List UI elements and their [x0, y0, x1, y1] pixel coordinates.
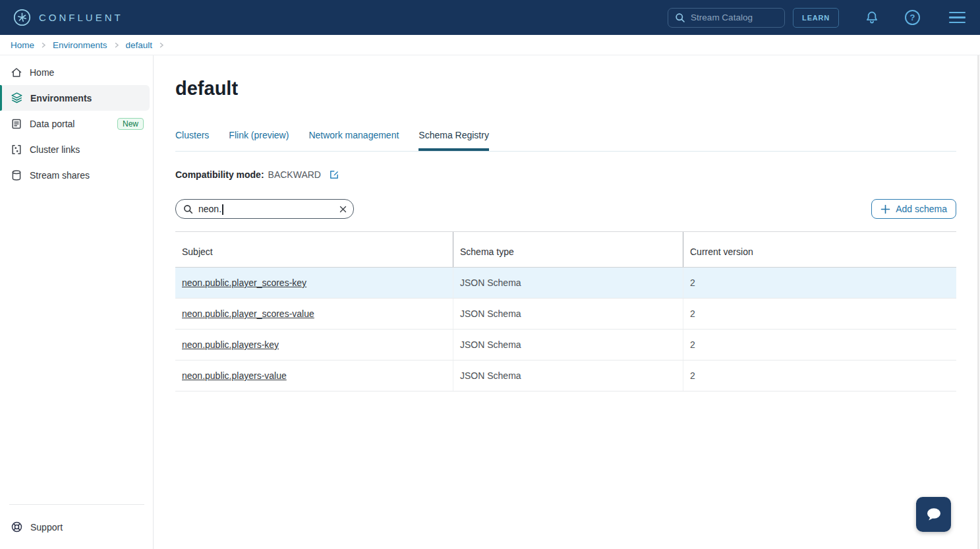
document-icon	[11, 118, 22, 130]
navbar-actions: Stream Catalog LEARN ?	[668, 8, 966, 28]
schema-type-cell: JSON Schema	[453, 361, 683, 391]
sidebar-item-label: Data portal	[30, 119, 74, 129]
sidebar-item-label: Stream shares	[30, 170, 90, 181]
table-row[interactable]: neon.public.player_scores-value JSON Sch…	[175, 299, 956, 330]
sidebar-item-label: Home	[30, 67, 54, 78]
subject-link[interactable]: neon.public.players-value	[182, 370, 287, 381]
breadcrumb: Home Environments default	[0, 35, 980, 55]
edit-icon[interactable]	[329, 169, 339, 180]
sidebar-item-support[interactable]: Support	[0, 505, 154, 549]
current-version-cell: 2	[683, 361, 956, 391]
column-header-subject: Subject	[175, 232, 453, 267]
current-version-cell: 2	[683, 330, 956, 360]
search-input-value: neon.	[198, 204, 221, 214]
search-icon	[183, 204, 193, 214]
compatibility-mode-label: Compatibility mode:	[175, 169, 264, 180]
database-icon	[11, 169, 22, 181]
support-label: Support	[30, 522, 63, 533]
main-content: default Clusters Flink (preview) Network…	[154, 55, 980, 549]
sidebar-item-home[interactable]: Home	[0, 59, 153, 85]
subject-link[interactable]: neon.public.player_scores-value	[182, 308, 314, 319]
tab-flink-preview[interactable]: Flink (preview)	[229, 130, 289, 151]
chevron-right-icon	[113, 42, 120, 49]
compatibility-mode-row: Compatibility mode: BACKWARD	[175, 169, 956, 180]
brand-text: CONFLUENT	[39, 12, 123, 23]
sidebar-item-cluster-links[interactable]: Cluster links	[0, 136, 153, 162]
table-row[interactable]: neon.public.players-key JSON Schema 2	[175, 330, 956, 361]
add-schema-label: Add schema	[896, 204, 947, 214]
help-glyph: ?	[910, 13, 915, 22]
search-icon	[675, 13, 685, 23]
table-row[interactable]: neon.public.players-value JSON Schema 2	[175, 361, 956, 391]
tab-schema-registry[interactable]: Schema Registry	[418, 130, 489, 151]
stream-catalog-placeholder: Stream Catalog	[691, 13, 753, 22]
add-schema-button[interactable]: Add schema	[871, 199, 956, 219]
confluent-logo: CONFLUENT	[13, 9, 123, 26]
current-version-cell: 2	[683, 299, 956, 329]
page-title: default	[175, 78, 956, 100]
top-navbar: CONFLUENT Stream Catalog LEARN ?	[0, 0, 980, 35]
text-cursor	[222, 204, 223, 215]
schema-type-cell: JSON Schema	[453, 299, 683, 329]
chevron-right-icon	[158, 42, 165, 49]
breadcrumb-default[interactable]: default	[126, 40, 153, 50]
notifications-bell-icon[interactable]	[864, 10, 880, 26]
column-header-schema-type: Schema type	[453, 232, 683, 267]
schema-table: Subject Schema type Current version neon…	[175, 231, 956, 391]
clear-search-icon[interactable]	[339, 206, 347, 213]
tab-network-management[interactable]: Network management	[308, 130, 399, 151]
plus-icon	[880, 204, 890, 214]
schema-type-cell: JSON Schema	[453, 330, 683, 360]
cluster-links-icon	[11, 144, 22, 156]
new-badge: New	[117, 118, 144, 130]
sidebar-item-stream-shares[interactable]: Stream shares	[0, 162, 153, 188]
sidebar-item-data-portal[interactable]: Data portal New	[0, 111, 153, 136]
subject-link[interactable]: neon.public.player_scores-key	[182, 277, 306, 288]
learn-button[interactable]: LEARN	[793, 8, 839, 28]
compatibility-mode-value: BACKWARD	[268, 169, 321, 180]
sidebar-item-environments[interactable]: Environments	[0, 85, 150, 111]
chat-widget-button[interactable]	[916, 497, 951, 532]
table-row[interactable]: neon.public.player_scores-key JSON Schem…	[175, 268, 956, 299]
chat-bubble-icon	[924, 505, 944, 525]
sidebar-footer: Support	[0, 504, 154, 549]
schema-type-cell: JSON Schema	[453, 268, 683, 298]
schema-search-input[interactable]: neon.	[175, 199, 354, 219]
current-version-cell: 2	[683, 268, 956, 298]
home-icon	[11, 67, 22, 78]
stream-catalog-search[interactable]: Stream Catalog	[668, 8, 785, 28]
breadcrumb-environments[interactable]: Environments	[53, 40, 107, 50]
sidebar-item-label: Cluster links	[30, 144, 80, 155]
menu-icon[interactable]	[949, 12, 966, 24]
breadcrumb-home[interactable]: Home	[11, 40, 34, 50]
subject-link[interactable]: neon.public.players-key	[182, 339, 279, 350]
confluent-logo-icon	[13, 9, 31, 26]
help-icon[interactable]: ?	[905, 10, 920, 25]
toolbar: neon. Add schema	[175, 199, 956, 219]
table-header-row: Subject Schema type Current version	[175, 232, 956, 268]
scrollbar-track[interactable]	[977, 55, 979, 549]
tab-bar: Clusters Flink (preview) Network managem…	[175, 130, 956, 152]
tab-clusters[interactable]: Clusters	[175, 130, 209, 151]
sidebar-item-label: Environments	[30, 93, 92, 103]
lifebuoy-icon	[11, 521, 23, 533]
column-header-current-version: Current version	[683, 232, 956, 267]
chevron-right-icon	[40, 42, 47, 49]
layers-icon	[11, 92, 23, 104]
sidebar: Home Environments Data portal New	[0, 55, 154, 549]
